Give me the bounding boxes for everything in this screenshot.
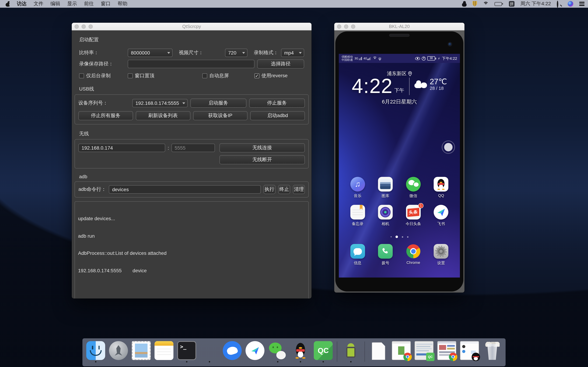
minimize-button[interactable] — [82, 24, 86, 28]
adb-cmd-input[interactable]: devices — [109, 185, 261, 194]
spotlight-search-icon[interactable] — [557, 1, 562, 6]
app-dialer[interactable]: 拨号 — [373, 244, 398, 266]
app-toutiao[interactable]: 头条 1 今日头条 — [401, 205, 426, 226]
app-camera[interactable]: 相机 — [373, 205, 398, 226]
dock-qtcreator[interactable]: QC — [313, 341, 334, 362]
dock-seal-app[interactable] — [222, 341, 243, 362]
get-device-ip-button[interactable]: 获取设备IP — [193, 111, 248, 120]
dock-mail[interactable] — [131, 341, 152, 362]
dock-documents-stack[interactable] — [368, 341, 389, 362]
close-button[interactable] — [337, 24, 341, 28]
stop-service-button[interactable]: 停止服务 — [249, 99, 305, 108]
home-clock-widget[interactable]: 4:22 下午 27℃ 28 / 18 — [339, 76, 460, 96]
app-messages[interactable]: 信息 — [346, 244, 370, 266]
app-wechat[interactable]: 微信 — [401, 177, 426, 199]
wireless-disconnect-button[interactable]: 无线断开 — [219, 155, 305, 164]
qq-statusbar-icon[interactable] — [462, 1, 467, 7]
checkbox-label: 使用reverse — [261, 73, 287, 79]
dock-minimized-qtcreator-window[interactable]: QC — [414, 341, 434, 362]
menu-file[interactable]: 文件 — [30, 0, 47, 8]
battery-icon[interactable] — [494, 2, 503, 6]
messages-icon — [350, 244, 365, 259]
cloud-icon — [415, 80, 427, 88]
checkbox-always-on-top[interactable]: 窗口置顶 — [128, 73, 202, 79]
menu-edit[interactable]: 编辑 — [47, 0, 64, 8]
menu-go[interactable]: 前往 — [80, 0, 97, 8]
dock-minimized-chrome-window-2[interactable] — [436, 341, 457, 362]
adb-terminate-button[interactable]: 终止 — [278, 185, 290, 194]
menu-bar-clock[interactable]: 周六 下午4:22 — [520, 1, 551, 7]
app-feishu[interactable]: 飞书 — [429, 205, 453, 226]
record-format-select[interactable]: mp4 — [281, 49, 304, 57]
checkbox-auto-screen-off[interactable]: 自动息屏 — [202, 73, 254, 79]
minimize-button[interactable] — [344, 24, 348, 28]
adb-console-output[interactable]: update devices... adb run AdbProcess::ou… — [75, 201, 309, 299]
qtscrcpy-titlebar[interactable]: QtScrcpy — [72, 23, 311, 30]
home-page-dots[interactable] — [339, 236, 460, 238]
video-size-select[interactable]: 720 — [225, 49, 247, 57]
adb-cmd-label: adb命令行： — [78, 186, 106, 192]
app-music[interactable]: ♫ 音乐 — [346, 177, 370, 199]
serial-label: 设备序列号： — [78, 100, 130, 106]
dock-minimized-chrome-window[interactable] — [391, 341, 412, 362]
adb-execute-button[interactable]: 执行 — [264, 185, 276, 194]
desktop: 访达 文件 编辑 显示 前往 窗口 帮助 拼 周六 下午4:22 QtScrcp… — [0, 0, 588, 367]
app-chrome[interactable]: Chrome — [401, 244, 426, 266]
siri-icon[interactable] — [568, 1, 573, 7]
weather-widget[interactable]: 27℃ 28 / 18 — [415, 78, 447, 91]
input-method-icon[interactable]: 拼 — [509, 1, 515, 7]
dock-finder[interactable] — [85, 341, 106, 362]
refresh-device-list-button[interactable]: 刷新设备列表 — [136, 111, 190, 120]
zoom-button[interactable] — [88, 24, 93, 28]
music-icon: ♫ — [350, 177, 365, 192]
menu-finder[interactable]: 访达 — [13, 0, 30, 8]
dock-qq[interactable] — [290, 341, 311, 362]
app-notes[interactable]: 备忘录 — [346, 205, 370, 226]
minimized-window-thumbnail — [437, 341, 456, 360]
serial-select[interactable]: 192.168.0.174:5555 — [132, 99, 188, 107]
adb-clear-button[interactable]: 清理 — [293, 185, 305, 194]
menu-bar-status: 拼 周六 下午4:22 — [462, 0, 585, 8]
app-qq[interactable]: QQ — [429, 177, 453, 199]
phone-window-body: 优酷移动 中国联通 3G 4G ψ — [334, 30, 465, 292]
record-path-input[interactable] — [128, 60, 254, 68]
menu-view[interactable]: 显示 — [64, 0, 80, 8]
assistive-touch-ball[interactable] — [442, 141, 455, 154]
wifi-icon[interactable] — [483, 2, 489, 6]
bitrate-value: 8000000 — [131, 50, 150, 56]
wireless-ip-input[interactable]: 192.168.0.174 — [78, 144, 165, 152]
dock-terminal[interactable]: >_ — [176, 341, 197, 362]
app-settings[interactable]: 设置 — [429, 244, 453, 266]
start-service-button[interactable]: 启动服务 — [190, 99, 246, 108]
alarm-icon — [422, 57, 426, 60]
app-gallery[interactable]: 图库 — [373, 177, 398, 199]
dock-chrome[interactable] — [199, 341, 220, 362]
dock-wechat[interactable] — [267, 341, 288, 362]
dock-trash[interactable] — [482, 341, 503, 362]
wireless-ip-value: 192.168.0.174 — [82, 145, 113, 151]
dock-feishu[interactable] — [244, 341, 266, 362]
dock-minimized-qq-window[interactable] — [459, 341, 480, 362]
close-button[interactable] — [75, 24, 79, 28]
shield-icon[interactable] — [473, 1, 477, 7]
dock-notes[interactable] — [154, 341, 174, 362]
start-adbd-button[interactable]: 启动adbd — [251, 111, 305, 120]
apple-menu-icon[interactable] — [6, 1, 10, 7]
menu-window[interactable]: 窗口 — [97, 0, 114, 8]
notification-center-icon[interactable] — [579, 2, 585, 6]
choose-path-button[interactable]: 选择路径 — [257, 59, 304, 68]
dock-scrcpy-android[interactable] — [340, 341, 361, 362]
checkbox-background-record[interactable]: 仅后台录制 — [79, 73, 128, 79]
home-date[interactable]: 6月22日星期六 — [339, 99, 460, 105]
phone-screen[interactable]: 优酷移动 中国联通 3G 4G ψ — [339, 54, 460, 277]
phone-window-titlebar[interactable]: BKL-AL20 — [334, 23, 465, 30]
menu-help[interactable]: 帮助 — [114, 0, 131, 8]
zoom-button[interactable] — [351, 24, 355, 28]
wireless-connect-button[interactable]: 无线连接 — [219, 143, 305, 152]
wireless-port-input[interactable]: 5555 — [172, 144, 215, 152]
stop-all-services-button[interactable]: 停止所有服务 — [78, 111, 133, 120]
bitrate-select[interactable]: 8000000 — [128, 49, 173, 57]
chrome-icon — [200, 341, 219, 360]
dock-launchpad[interactable] — [108, 341, 129, 362]
checkbox-use-reverse[interactable]: ✓ 使用reverse — [254, 73, 287, 79]
